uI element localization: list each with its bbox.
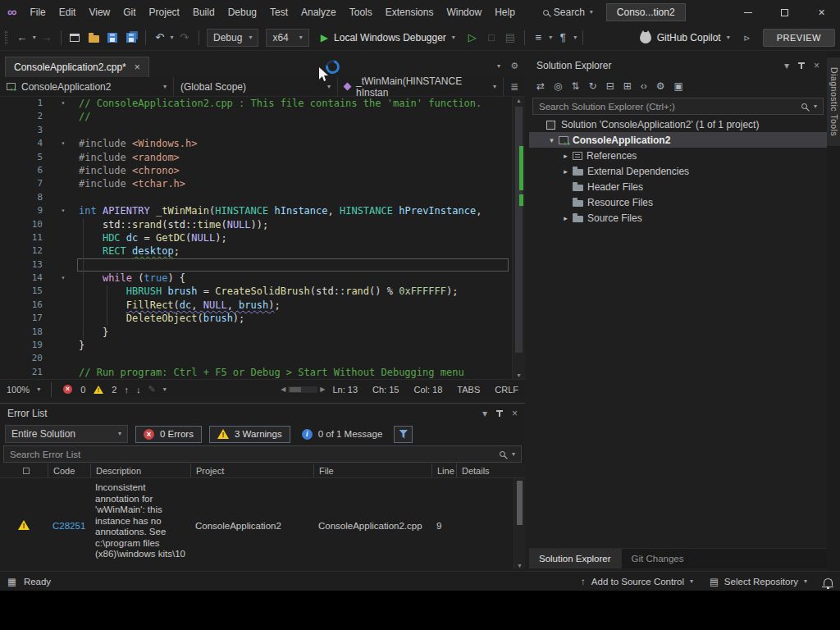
chevron-down-icon[interactable]: ▾ (512, 451, 515, 458)
close-tab-icon[interactable]: × (135, 62, 140, 73)
warnings-filter-button[interactable]: 3 Warnings (209, 426, 290, 443)
code-line-1[interactable]: 1▾// ConsoleApplication2.cpp : This file… (0, 97, 525, 110)
save-all-button[interactable] (123, 28, 139, 48)
minimize-button[interactable] (729, 0, 766, 25)
scroll-down-icon[interactable]: ▼ (513, 372, 525, 378)
fold-marker-icon[interactable]: ▾ (56, 97, 71, 110)
properties-icon[interactable]: ⚙ (656, 80, 665, 92)
menu-git[interactable]: Git (116, 0, 142, 25)
tree-expanded-icon[interactable]: ▾ (546, 136, 557, 144)
project-dropdown[interactable]: ConsoleApplication2 ▾ (0, 77, 174, 96)
chevron-down-icon[interactable]: ▾ (37, 386, 40, 393)
pending-changes-filter-icon[interactable]: ◎ (554, 80, 562, 92)
navigate-back-dropdown-icon[interactable]: ▾ (33, 34, 36, 41)
chevron-down-icon[interactable]: ▾ (549, 34, 552, 41)
sync-with-active-document-icon[interactable]: ⇄ (536, 80, 545, 92)
code-line-8[interactable]: 8 (0, 191, 525, 204)
code-line-3[interactable]: 3 (0, 124, 525, 137)
save-button[interactable] (104, 28, 121, 48)
tree-item-header-files[interactable]: Header Files (529, 179, 827, 194)
bottom-tab-solution-explorer[interactable]: Solution Explorer (529, 549, 622, 568)
next-issue-button[interactable]: ↓ (136, 385, 141, 395)
menu-test[interactable]: Test (263, 0, 294, 25)
menu-view[interactable]: View (82, 0, 116, 25)
severity-column-header[interactable] (0, 463, 48, 477)
zoom-level-dropdown[interactable]: 100% (7, 385, 30, 395)
scope-dropdown[interactable]: (Global Scope) ▾ (174, 77, 338, 96)
code-line-12[interactable]: 12 RECT desktop; (0, 244, 525, 258)
column-header-project[interactable]: Project (190, 463, 313, 477)
select-repository-button[interactable]: ▤ Select Repository ▾ (710, 576, 807, 587)
diagnostic-tools-tab[interactable]: Diagnostic Tools (827, 57, 840, 146)
bottom-tab-git-changes[interactable]: Git Changes (622, 549, 694, 568)
view-code-icon[interactable]: ‹› (641, 80, 647, 92)
editor-settings-gear-icon[interactable]: ⚙ (510, 61, 518, 71)
code-line-2[interactable]: 2// (0, 110, 525, 123)
send-feedback-button[interactable]: ▹ (739, 28, 756, 48)
code-line-4[interactable]: 4▾#include <Windows.h> (0, 137, 525, 150)
close-panel-button[interactable]: × (512, 408, 518, 419)
menu-extensions[interactable]: Extensions (379, 0, 441, 25)
open-file-button[interactable] (85, 28, 102, 48)
member-dropdown[interactable]: _tWinMain(HINSTANCE hInstan ▾ (338, 77, 504, 96)
task-status-center-icon[interactable]: ▦ (7, 576, 16, 587)
scroll-left-icon[interactable]: ◀ (281, 386, 285, 393)
error-icon[interactable] (63, 385, 72, 394)
tree-item-consoleapplication2[interactable]: ▾ConsoleApplication2 (529, 132, 827, 148)
code-line-18[interactable]: 18 } (0, 326, 525, 339)
code-line-6[interactable]: 6#include <chrono> (0, 164, 525, 177)
window-position-icon[interactable]: ▾ (482, 409, 487, 418)
new-project-button[interactable] (66, 28, 83, 48)
scroll-down-icon[interactable]: ▼ (514, 563, 525, 568)
redo-button[interactable]: ↷ (176, 28, 193, 48)
solution-name-badge[interactable]: Conso...tion2 (606, 3, 686, 21)
tree-collapsed-icon[interactable]: ▸ (560, 167, 571, 176)
code-line-21[interactable]: 21// Run program: Ctrl + F5 or Debug > S… (0, 366, 525, 379)
document-tab[interactable]: ConsoleApplication2.cpp* × (5, 57, 149, 77)
tree-item-references[interactable]: ▸References (529, 148, 827, 163)
github-copilot-button[interactable]: GitHub Copilot ▾ (633, 28, 737, 48)
solution-explorer-titlebar[interactable]: Solution Explorer ▾ × (529, 56, 827, 75)
preview-features-button[interactable]: PREVIEW (763, 29, 835, 47)
tree-collapsed-icon[interactable]: ▸ (560, 152, 571, 160)
code-editor[interactable]: 1▾// ConsoleApplication2.cpp : This file… (0, 97, 525, 379)
undo-button[interactable]: ↶ (152, 28, 168, 48)
error-list-scrollbar[interactable]: ▼ (514, 478, 525, 569)
chevron-down-icon[interactable]: ▾ (163, 386, 167, 393)
code-line-20[interactable]: 20 (0, 352, 525, 365)
hot-reload-button[interactable]: □ (483, 28, 500, 48)
column-header-code[interactable]: Code (48, 463, 90, 477)
tree-collapsed-icon[interactable]: ▸ (560, 214, 571, 222)
navigate-back-button[interactable]: ← (14, 28, 30, 48)
chevron-down-icon[interactable]: ▾ (814, 103, 817, 110)
horizontal-scroll-thumb[interactable] (290, 387, 301, 392)
scroll-right-icon[interactable]: ▶ (320, 386, 325, 393)
tabs-indicator[interactable]: TABS (457, 385, 480, 395)
menu-window[interactable]: Window (440, 0, 488, 25)
code-line-15[interactable]: 15 HBRUSH brush = CreateSolidBrush(std::… (0, 285, 525, 298)
preview-selected-items-icon[interactable]: ▣ (674, 80, 683, 92)
code-line-16[interactable]: 16 FillRect(dc, NULL, brush); (0, 299, 525, 312)
horizontal-scrollbar[interactable]: ◀ ▶ (281, 386, 325, 393)
error-search-input[interactable] (10, 450, 493, 459)
document-list-dropdown-icon[interactable]: ▾ (497, 63, 500, 70)
tree-item-external-dependencies[interactable]: ▸External Dependencies (529, 163, 827, 179)
error-scope-dropdown[interactable]: Entire Solution ▾ (5, 425, 128, 443)
error-code-link[interactable]: C28251 (48, 521, 90, 531)
messages-filter-button[interactable]: 0 of 1 Message (298, 429, 387, 440)
warning-count[interactable]: 2 (112, 385, 116, 395)
menu-debug[interactable]: Debug (221, 0, 263, 25)
scrollbar-thumb[interactable] (517, 481, 523, 525)
code-line-5[interactable]: 5#include <random> (0, 151, 525, 164)
pin-panel-button[interactable] (499, 410, 500, 417)
errors-filter-button[interactable]: 0 Errors (135, 426, 202, 443)
eol-indicator[interactable]: CRLF (495, 385, 518, 395)
column-header-details[interactable]: Details (456, 463, 525, 477)
error-row[interactable]: C28251Inconsistent annotation for 'wWinM… (0, 478, 525, 569)
show-all-files-icon[interactable]: ⊞ (623, 80, 632, 92)
previous-issue-button[interactable]: ↑ (124, 385, 129, 395)
error-count[interactable]: 0 (80, 385, 85, 395)
editor-vertical-scrollbar[interactable]: ▲ ▼ (512, 97, 525, 379)
window-position-icon[interactable]: ▾ (784, 61, 789, 71)
titlebar-search[interactable]: Search ▾ (543, 7, 593, 18)
